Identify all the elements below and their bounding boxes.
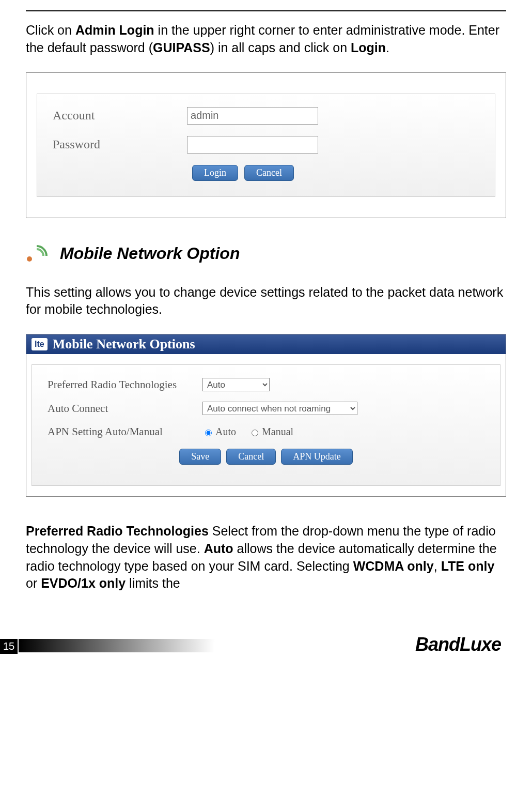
lte-badge-icon: lte <box>32 338 48 350</box>
mno-header-title: Mobile Network Options <box>53 337 195 352</box>
wifi-icon <box>26 244 44 263</box>
page-number: 15 <box>0 639 18 654</box>
login-button[interactable]: Login <box>192 165 238 181</box>
outro-text: or <box>26 576 41 590</box>
outro-bold-auto: Auto <box>204 541 233 556</box>
section-heading: Mobile Network Option <box>26 244 506 263</box>
outro-text: , <box>434 559 441 573</box>
outro-bold-wcdma: WCDMA only <box>353 559 434 573</box>
prt-label: Preferred Radio Technologies <box>48 378 202 391</box>
apn-auto-text: Auto <box>215 426 236 438</box>
mno-cancel-button[interactable]: Cancel <box>226 449 276 465</box>
outro-bold-evdo: EVDO/1x only <box>41 576 126 590</box>
intro-text: Click on <box>26 23 75 37</box>
mno-header: lte Mobile Network Options <box>26 334 506 354</box>
intro-bold-guipass: GUIPASS <box>153 40 210 55</box>
outro-text: limits the <box>126 576 180 590</box>
auto-connect-select[interactable]: Auto connect when not roaming <box>202 402 357 415</box>
apn-radio-auto-label[interactable]: Auto <box>202 426 236 438</box>
apn-update-button[interactable]: APN Update <box>281 449 353 465</box>
password-label: Password <box>53 137 187 151</box>
prt-select[interactable]: Auto <box>202 378 270 391</box>
mno-screenshot: lte Mobile Network Options Preferred Rad… <box>26 334 506 497</box>
footer-gradient <box>19 639 215 652</box>
section-description: This setting allows you to change device… <box>26 284 506 319</box>
account-label: Account <box>53 109 187 123</box>
outro-paragraph: Preferred Radio Technologies Select from… <box>26 523 506 592</box>
apn-radio-manual-label[interactable]: Manual <box>249 426 293 438</box>
login-screenshot: Account Password Login Cancel <box>26 72 506 218</box>
apn-radio-auto[interactable] <box>205 430 212 436</box>
password-input[interactable] <box>187 136 318 154</box>
intro-bold-login: Login <box>351 40 386 55</box>
intro-bold-admin-login: Admin Login <box>75 23 154 37</box>
apn-manual-text: Manual <box>262 426 293 438</box>
outro-bold-lte: LTE only <box>441 559 495 573</box>
intro-text: ) in all caps and click on <box>210 40 351 55</box>
brand-logo: BandLuxe <box>415 634 501 655</box>
outro-bold-prt: Preferred Radio Technologies <box>26 524 209 538</box>
account-input[interactable] <box>187 107 318 125</box>
top-rule <box>26 10 506 11</box>
cancel-button[interactable]: Cancel <box>244 165 294 181</box>
section-title: Mobile Network Option <box>60 244 240 263</box>
page-footer: 15 BandLuxe <box>0 634 532 660</box>
apn-label: APN Setting Auto/Manual <box>48 425 202 438</box>
save-button[interactable]: Save <box>179 449 221 465</box>
intro-text: . <box>386 40 389 55</box>
auto-connect-label: Auto Connect <box>48 402 202 415</box>
intro-paragraph: Click on Admin Login in the upper right … <box>26 22 506 57</box>
apn-radio-manual[interactable] <box>252 430 258 436</box>
